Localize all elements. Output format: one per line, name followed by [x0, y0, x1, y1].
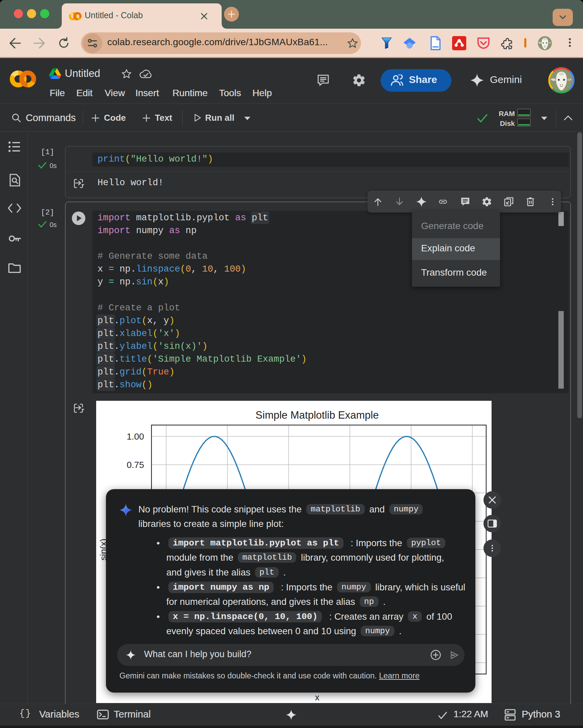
svg-text:x: x [315, 692, 319, 702]
svg-text:1.00: 1.00 [127, 432, 144, 442]
svg-text:Simple Matplotlib Example: Simple Matplotlib Example [255, 409, 379, 421]
svg-text:0.75: 0.75 [127, 460, 144, 470]
